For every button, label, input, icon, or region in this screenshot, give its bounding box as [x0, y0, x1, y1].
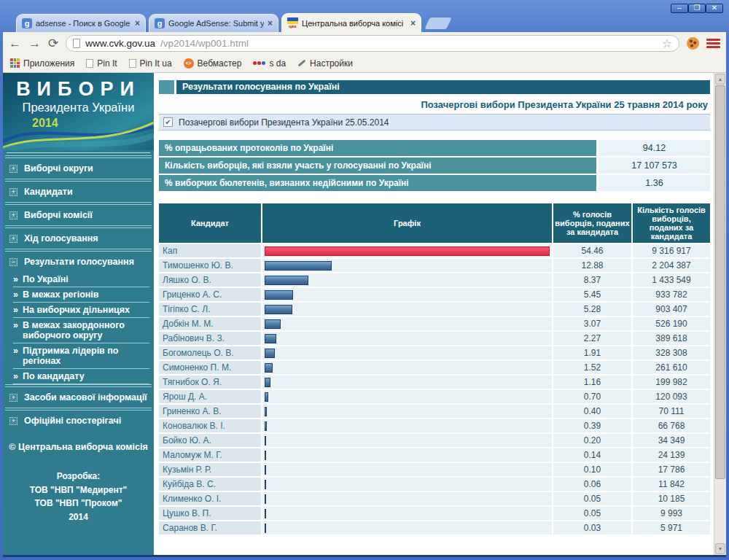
- bar-cell: [262, 375, 553, 389]
- candidate-name[interactable]: Маломуж М. Г.: [159, 448, 262, 462]
- result-bar: [265, 436, 266, 446]
- bookmark-item[interactable]: s da: [253, 58, 286, 69]
- expand-icon[interactable]: +: [9, 165, 17, 173]
- stat-label: % опрацьованих протоколів по Україні: [159, 140, 596, 156]
- sidebar-subitem[interactable]: »Підтримка лідерів по регіонах: [13, 343, 149, 369]
- bar-cell: [262, 521, 553, 535]
- table-row: Богомолець О. В.1.91328 308: [159, 346, 710, 360]
- table-row: Рабінович В. З.2.27389 618: [159, 331, 710, 346]
- candidate-name[interactable]: Ярош Д. А.: [159, 389, 262, 404]
- candidate-name[interactable]: Тимошенко Ю. В.: [159, 258, 262, 273]
- logo-subtitle: Президента України: [3, 101, 154, 114]
- address-bar[interactable]: www.cvk.gov.ua /vp2014/wp001.html ☆: [66, 35, 679, 52]
- sidebar-item[interactable]: +Хід голосування: [3, 228, 154, 249]
- sidebar-subitem[interactable]: »По кандидату: [13, 369, 149, 384]
- scroll-up-icon[interactable]: ▲: [715, 74, 725, 85]
- candidate-name[interactable]: Тігіпко С. Л.: [159, 302, 262, 316]
- expand-icon[interactable]: +: [9, 394, 17, 402]
- bookmark-item[interactable]: Pin It: [86, 58, 117, 69]
- sidebar-item[interactable]: +Офіційні спостерігачі: [3, 411, 154, 431]
- sidebar-subitem[interactable]: »В межах закордонного виборчого округу: [13, 318, 149, 343]
- votes-value: 120 093: [632, 389, 710, 404]
- sidebar-item[interactable]: +Кандидати: [3, 182, 154, 202]
- webmaster-icon: <>: [184, 58, 194, 69]
- bookmark-label: s da: [269, 58, 286, 69]
- sidebar-item[interactable]: +Виборчі комісії: [3, 205, 154, 225]
- column-header: % голосів виборців, поданих за кандидата: [553, 203, 632, 244]
- sidebar-item[interactable]: +Засоби масової інформації: [3, 387, 154, 408]
- browser-tab[interactable]: gadsense - Поиск в Google×: [16, 14, 146, 32]
- candidate-name[interactable]: Добкін М. М.: [159, 316, 262, 331]
- bookmark-item[interactable]: Приложения: [10, 58, 74, 69]
- result-bar: [265, 451, 266, 460]
- browser-tab[interactable]: цвкЦентральна виборча комісі×: [281, 13, 421, 32]
- sidebar-subitem[interactable]: »В межах регіонів: [13, 287, 149, 303]
- candidate-name[interactable]: Симоненко П. М.: [159, 360, 262, 375]
- browser-tab[interactable]: gGoogle AdSense: Submit you×: [149, 14, 278, 32]
- expand-icon[interactable]: +: [9, 417, 17, 425]
- result-bar: [265, 392, 268, 402]
- collapse-icon[interactable]: −: [9, 258, 17, 266]
- result-bar: [265, 407, 267, 416]
- candidate-name[interactable]: Бойко Ю. А.: [159, 433, 262, 448]
- candidate-name[interactable]: Гриценко А. С.: [159, 287, 262, 302]
- tab-close-icon[interactable]: ×: [135, 18, 140, 28]
- bookmark-star-icon[interactable]: ☆: [662, 36, 672, 50]
- sidebar-subitem[interactable]: »На виборчих дільницях: [13, 303, 149, 318]
- candidate-name[interactable]: Тягнибок О. Я.: [159, 375, 262, 389]
- candidate-name[interactable]: Рабінович В. З.: [159, 331, 262, 346]
- bookmark-item[interactable]: Настройки: [297, 58, 353, 69]
- bookmark-item[interactable]: <>Вебмастер: [184, 58, 242, 69]
- results-table: КандидатГрафік% голосів виборців, подани…: [159, 202, 710, 536]
- new-tab-button[interactable]: [424, 18, 451, 29]
- votes-value: 70 111: [632, 404, 710, 419]
- back-icon[interactable]: ←: [9, 37, 21, 50]
- table-row: Клименко О. І.0.0510 185: [159, 491, 710, 506]
- candidate-name[interactable]: Кузьмін Р. Р.: [159, 462, 262, 477]
- expand-icon[interactable]: +: [9, 235, 17, 243]
- table-row: Маломуж М. Г.0.1424 139: [159, 448, 710, 462]
- result-bar: [265, 290, 293, 300]
- scrollbar-thumb[interactable]: [715, 85, 725, 479]
- candidate-name[interactable]: Кап: [159, 244, 262, 258]
- double-arrow-icon: »: [13, 289, 18, 300]
- credits-block: Розробка: ТОВ "НВП "Медирент" ТОВ "НВП "…: [3, 470, 154, 524]
- url-host: www.cvk.gov.ua: [85, 38, 155, 49]
- reload-icon[interactable]: ⟳: [48, 37, 58, 50]
- votes-value: 933 782: [632, 287, 710, 302]
- extension-cookie-icon[interactable]: [687, 37, 699, 50]
- candidate-name[interactable]: Клименко О. І.: [159, 491, 262, 506]
- percent-value: 12.88: [553, 258, 632, 273]
- bookmark-item[interactable]: Pin It ua: [129, 58, 172, 69]
- results-table-header-row: КандидатГрафік% голосів виборців, подани…: [159, 203, 710, 244]
- stat-row: % опрацьованих протоколів по Україні94.1…: [159, 140, 710, 156]
- tab-strip: gadsense - Поиск в Google×gGoogle AdSens…: [3, 12, 726, 32]
- tab-close-icon[interactable]: ×: [268, 18, 273, 28]
- page-scrollbar[interactable]: ▲ ▼: [714, 73, 726, 555]
- expand-icon[interactable]: +: [9, 211, 17, 219]
- candidate-name[interactable]: Богомолець О. В.: [159, 346, 262, 360]
- candidate-name[interactable]: Коновалюк В. І.: [159, 419, 262, 433]
- double-arrow-icon: »: [13, 274, 18, 284]
- candidate-name[interactable]: Цушко В. П.: [159, 506, 262, 521]
- votes-value: 199 982: [632, 375, 710, 389]
- expand-icon[interactable]: +: [9, 188, 17, 196]
- sidebar-subitem[interactable]: »По Україні: [13, 272, 149, 287]
- checkbox-checked-icon[interactable]: ✔: [163, 117, 173, 127]
- table-row: Добкін М. М.3.07526 190: [159, 316, 710, 331]
- candidate-name[interactable]: Гриненко А. В.: [159, 404, 262, 419]
- candidate-name[interactable]: Куйбіда В. С.: [159, 477, 262, 491]
- tab-close-icon[interactable]: ×: [410, 18, 416, 28]
- votes-value: 11 842: [632, 477, 710, 491]
- election-selector-row[interactable]: ✔ Позачергові вибори Президента України …: [159, 114, 710, 131]
- candidate-name[interactable]: Ляшко О. В.: [159, 273, 262, 287]
- votes-value: 2 204 387: [632, 258, 710, 273]
- forward-icon[interactable]: →: [28, 37, 41, 50]
- sidebar-item-label: Засоби масової інформації: [24, 392, 147, 402]
- sidebar-item-label: Результати голосування: [24, 257, 134, 267]
- sidebar-item[interactable]: −Результати голосування: [3, 252, 154, 272]
- chrome-menu-icon[interactable]: [706, 39, 720, 48]
- candidate-name[interactable]: Саранов В. Г.: [159, 521, 262, 535]
- sidebar-item[interactable]: +Виборчі округи: [3, 158, 154, 179]
- scroll-down-icon[interactable]: ▼: [715, 543, 725, 554]
